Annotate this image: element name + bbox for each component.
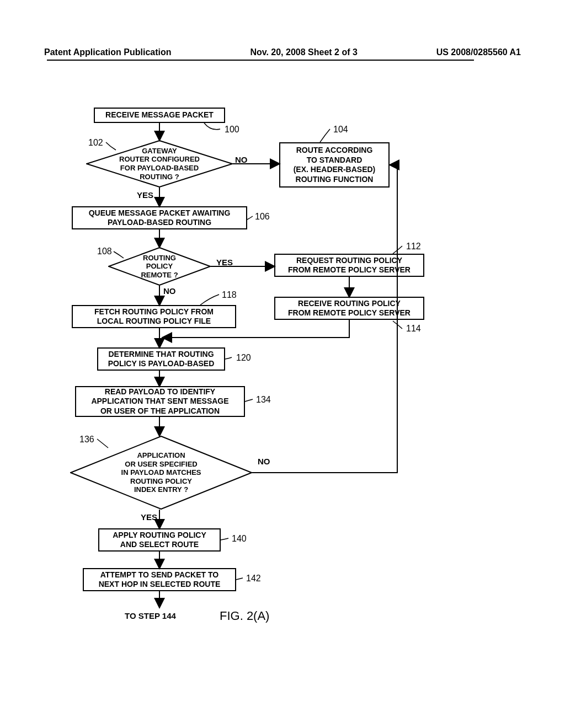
label-yes-2: YES [216, 258, 233, 267]
ref-140: 140 [232, 534, 247, 544]
to-step-144: TO STEP 144 [125, 611, 176, 620]
ref-136: 136 [79, 435, 94, 445]
box-queue-packet: QUEUE MESSAGE PACKET AWAITINGPAYLOAD-BAS… [72, 206, 247, 229]
header-right: US 2008/0285560 A1 [436, 47, 521, 57]
box-determine-payload: DETERMINE THAT ROUTINGPOLICY IS PAYLOAD-… [97, 347, 225, 371]
ref-106: 106 [255, 212, 270, 222]
ref-108: 108 [97, 247, 112, 256]
page-header: Patent Application Publication Nov. 20, … [44, 47, 521, 57]
box-request-policy: REQUEST ROUTING POLICYFROM REMOTE POLICY… [274, 254, 424, 277]
box-attempt-send: ATTEMPT TO SEND PACKET TONEXT HOP IN SEL… [83, 568, 236, 591]
header-rule [47, 60, 474, 61]
ref-114: 114 [406, 324, 421, 334]
ref-102: 102 [88, 138, 103, 148]
box-read-payload: READ PAYLOAD TO IDENTIFYAPPLICATION THAT… [75, 386, 245, 417]
header-left: Patent Application Publication [44, 47, 172, 57]
diamond-payload-match: APPLICATIONOR USER SPECIFIEDIN PAYLOAD M… [70, 436, 252, 510]
ref-134: 134 [256, 395, 271, 405]
patent-page: Patent Application Publication Nov. 20, … [0, 0, 565, 728]
label-no-1: NO [235, 155, 248, 164]
ref-120: 120 [236, 353, 251, 363]
ref-118: 118 [222, 290, 237, 300]
label-no-2: NO [163, 286, 176, 296]
diamond-policy-remote: ROUTINGPOLICYREMOTE ? [108, 247, 211, 286]
header-center: Nov. 20, 2008 Sheet 2 of 3 [250, 47, 357, 57]
diamond-gateway-configured: GATEWAYROUTER CONFIGUREDFOR PAYLOAD-BASE… [86, 140, 233, 188]
ref-142: 142 [246, 574, 261, 584]
arrows-overlay [0, 0, 565, 728]
ref-104: 104 [333, 125, 348, 135]
box-receive-policy: RECEIVE ROUTING POLICYFROM REMOTE POLICY… [274, 297, 424, 320]
ref-100: 100 [225, 125, 239, 135]
label-yes-3: YES [141, 512, 157, 522]
label-no-3: NO [258, 457, 270, 466]
box-route-standard: ROUTE ACCORDINGTO STANDARD(EX. HEADER-BA… [279, 142, 390, 188]
ref-112: 112 [406, 242, 421, 251]
box-fetch-local: FETCH ROUTING POLICY FROMLOCAL ROUTING P… [72, 305, 236, 328]
figure-caption: FIG. 2(A) [220, 609, 269, 623]
box-apply-policy: APPLY ROUTING POLICYAND SELECT ROUTE [98, 528, 221, 552]
label-yes-1: YES [137, 190, 153, 200]
box-receive-packet: RECEIVE MESSAGE PACKET [94, 108, 225, 123]
